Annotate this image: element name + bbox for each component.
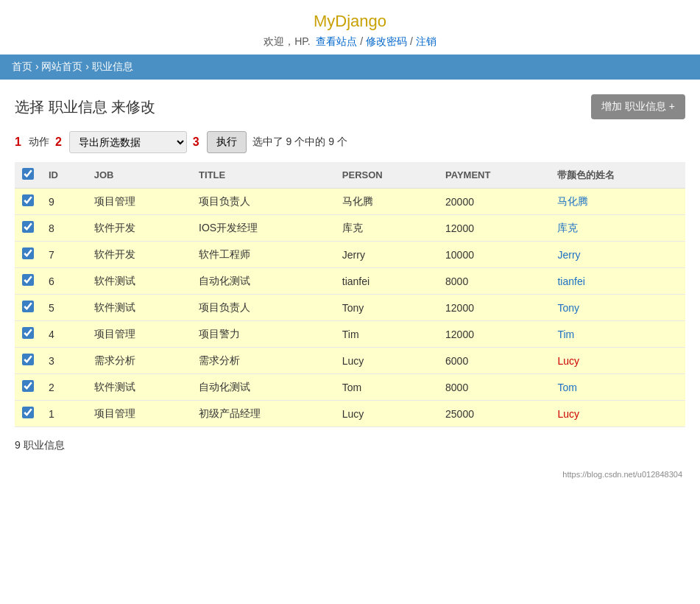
row-payment: 12000 bbox=[438, 215, 550, 242]
row-person: Tim bbox=[335, 321, 438, 348]
breadcrumb-home[interactable]: 首页 bbox=[12, 60, 32, 72]
row-checkbox-cell[interactable] bbox=[15, 374, 41, 401]
action-select[interactable]: 导出所选数据 bbox=[69, 131, 187, 153]
row-title[interactable]: 初级产品经理 bbox=[191, 401, 335, 427]
row-payment: 12000 bbox=[438, 321, 550, 348]
row-checkbox[interactable] bbox=[22, 247, 34, 259]
row-checkbox-cell[interactable] bbox=[15, 295, 41, 321]
row-title[interactable]: 软件工程师 bbox=[191, 242, 335, 268]
row-payment: 12000 bbox=[438, 295, 550, 321]
row-colored-name[interactable]: Tom bbox=[550, 374, 685, 401]
row-job[interactable]: 软件测试 bbox=[87, 295, 191, 321]
logout-link[interactable]: 注销 bbox=[416, 35, 436, 47]
row-checkbox-cell[interactable] bbox=[15, 268, 41, 295]
table-row: 2 软件测试 自动化测试 Tom 8000 Tom bbox=[15, 374, 685, 401]
row-checkbox[interactable] bbox=[22, 194, 34, 206]
row-checkbox[interactable] bbox=[22, 274, 34, 286]
breadcrumb-site-home[interactable]: 网站首页 bbox=[41, 60, 82, 72]
row-colored-name[interactable]: Jerry bbox=[550, 242, 685, 268]
row-checkbox-cell[interactable] bbox=[15, 401, 41, 427]
table-row: 5 软件测试 项目负责人 Tony 12000 Tony bbox=[15, 295, 685, 321]
row-job[interactable]: 软件测试 bbox=[87, 268, 191, 295]
table-head: ID JOB TITLE PERSON PAYMENT 带颜色的姓名 bbox=[15, 162, 685, 189]
row-colored-name[interactable]: Tony bbox=[550, 295, 685, 321]
url-hint: https://blog.csdn.net/u012848304 bbox=[15, 470, 685, 479]
row-person: Lucy bbox=[335, 401, 438, 427]
add-record-button[interactable]: 增加 职业信息 + bbox=[591, 94, 685, 119]
row-id[interactable]: 1 bbox=[41, 401, 87, 427]
row-person: 库克 bbox=[335, 215, 438, 242]
row-job[interactable]: 需求分析 bbox=[87, 348, 191, 374]
row-colored-name[interactable]: tianfei bbox=[550, 268, 685, 295]
row-id[interactable]: 8 bbox=[41, 215, 87, 242]
row-person: Lucy bbox=[335, 348, 438, 374]
row-colored-name[interactable]: Tim bbox=[550, 321, 685, 348]
row-checkbox-cell[interactable] bbox=[15, 215, 41, 242]
breadcrumb-current: 职业信息 bbox=[92, 60, 133, 72]
row-title[interactable]: 自动化测试 bbox=[191, 374, 335, 401]
row-job[interactable]: 软件测试 bbox=[87, 374, 191, 401]
row-checkbox-cell[interactable] bbox=[15, 348, 41, 374]
annotation-1: 1 bbox=[15, 136, 21, 149]
row-payment: 10000 bbox=[438, 242, 550, 268]
table-header-row: ID JOB TITLE PERSON PAYMENT 带颜色的姓名 bbox=[15, 162, 685, 189]
row-checkbox[interactable] bbox=[22, 301, 34, 312]
header-job: JOB bbox=[87, 162, 191, 189]
row-colored-name[interactable]: Lucy bbox=[550, 401, 685, 427]
row-colored-name[interactable]: 马化腾 bbox=[550, 189, 685, 215]
select-all-checkbox[interactable] bbox=[22, 168, 34, 180]
action-bar: 1 动作 2 导出所选数据 3 执行 选中了 9 个中的 9 个 bbox=[15, 131, 685, 153]
row-checkbox[interactable] bbox=[22, 221, 34, 233]
header-colored-name: 带颜色的姓名 bbox=[550, 162, 685, 189]
row-job[interactable]: 项目管理 bbox=[87, 321, 191, 348]
table-row: 6 软件测试 自动化测试 tianfei 8000 tianfei bbox=[15, 268, 685, 295]
row-title[interactable]: 项目警力 bbox=[191, 321, 335, 348]
row-person: Jerry bbox=[335, 242, 438, 268]
site-title: MyDjango bbox=[0, 12, 700, 31]
row-job[interactable]: 项目管理 bbox=[87, 401, 191, 427]
row-title[interactable]: 需求分析 bbox=[191, 348, 335, 374]
header-title: TITLE bbox=[191, 162, 335, 189]
table-row: 3 需求分析 需求分析 Lucy 6000 Lucy bbox=[15, 348, 685, 374]
row-person: Tony bbox=[335, 295, 438, 321]
row-job[interactable]: 软件开发 bbox=[87, 242, 191, 268]
data-table: ID JOB TITLE PERSON PAYMENT 带颜色的姓名 9 项目管… bbox=[15, 162, 685, 427]
row-title[interactable]: IOS开发经理 bbox=[191, 215, 335, 242]
annotation-2: 2 bbox=[55, 136, 62, 149]
header-checkbox-col bbox=[15, 162, 41, 189]
row-id[interactable]: 9 bbox=[41, 189, 87, 215]
row-checkbox-cell[interactable] bbox=[15, 189, 41, 215]
row-checkbox[interactable] bbox=[22, 407, 34, 418]
row-checkbox[interactable] bbox=[22, 380, 34, 392]
table-body: 9 项目管理 项目负责人 马化腾 20000 马化腾 8 软件开发 IOS开发经… bbox=[15, 189, 685, 427]
table-row: 8 软件开发 IOS开发经理 库克 12000 库克 bbox=[15, 215, 685, 242]
row-checkbox[interactable] bbox=[22, 354, 34, 365]
table-row: 4 项目管理 项目警力 Tim 12000 Tim bbox=[15, 321, 685, 348]
row-title[interactable]: 自动化测试 bbox=[191, 268, 335, 295]
execute-button[interactable]: 执行 bbox=[207, 131, 247, 153]
row-checkbox-cell[interactable] bbox=[15, 242, 41, 268]
action-label: 动作 bbox=[29, 136, 49, 149]
row-job[interactable]: 软件开发 bbox=[87, 215, 191, 242]
row-colored-name[interactable]: 库克 bbox=[550, 215, 685, 242]
row-colored-name[interactable]: Lucy bbox=[550, 348, 685, 374]
table-row: 9 项目管理 项目负责人 马化腾 20000 马化腾 bbox=[15, 189, 685, 215]
change-password-link[interactable]: 修改密码 bbox=[366, 35, 407, 47]
row-checkbox[interactable] bbox=[22, 327, 34, 339]
footer-count: 9 职业信息 bbox=[15, 436, 685, 455]
view-site-link[interactable]: 查看站点 bbox=[316, 35, 357, 47]
row-id[interactable]: 6 bbox=[41, 268, 87, 295]
row-id[interactable]: 4 bbox=[41, 321, 87, 348]
title-row: 选择 职业信息 来修改 增加 职业信息 + bbox=[15, 94, 685, 119]
row-payment: 6000 bbox=[438, 348, 550, 374]
row-id[interactable]: 2 bbox=[41, 374, 87, 401]
row-checkbox-cell[interactable] bbox=[15, 321, 41, 348]
breadcrumb: 首页 › 网站首页 › 职业信息 bbox=[0, 55, 700, 80]
row-id[interactable]: 3 bbox=[41, 348, 87, 374]
header-payment: PAYMENT bbox=[438, 162, 550, 189]
row-job[interactable]: 项目管理 bbox=[87, 189, 191, 215]
row-id[interactable]: 5 bbox=[41, 295, 87, 321]
row-title[interactable]: 项目负责人 bbox=[191, 189, 335, 215]
row-title[interactable]: 项目负责人 bbox=[191, 295, 335, 321]
row-id[interactable]: 7 bbox=[41, 242, 87, 268]
